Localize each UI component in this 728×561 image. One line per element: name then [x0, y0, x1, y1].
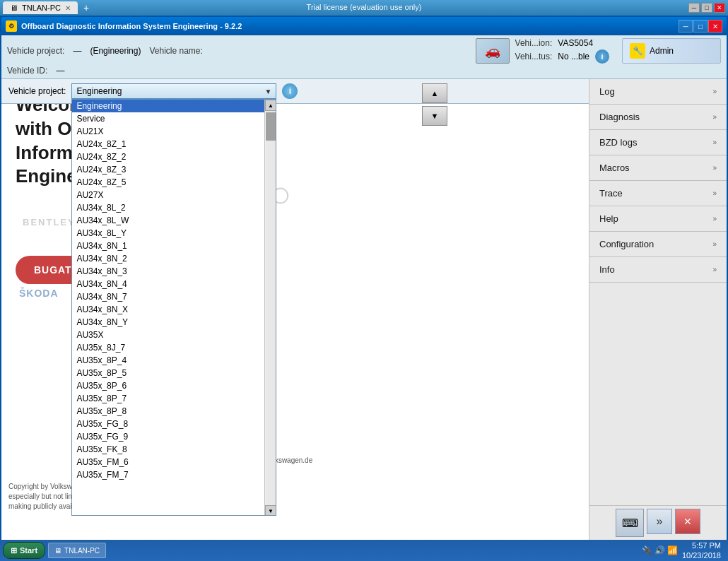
sidebar-arrow-help: »: [712, 215, 717, 223]
nav-down-button[interactable]: ▼: [422, 106, 447, 126]
app-window: ⚙ Offboard Diagnostic Information System…: [0, 16, 728, 561]
dropdown-item[interactable]: AU35x_FG_8: [72, 418, 264, 430]
dropdown-item[interactable]: AU24x_8Z_5: [72, 176, 264, 189]
dropdown-item[interactable]: Engineering: [72, 100, 264, 112]
vehicle-project-bar: Vehicle project: Engineering ▼ Engineeri…: [1, 79, 589, 104]
dropdown-item[interactable]: AU35x_8P_8: [72, 405, 264, 418]
vehicle-project-select[interactable]: Engineering ▼: [71, 83, 276, 99]
sidebar-bottom: ⌨ » ✕: [589, 505, 727, 540]
dropdown-item[interactable]: AU34x_8N_X: [72, 303, 264, 316]
dropdown-item[interactable]: AU34x_8L_W: [72, 214, 264, 227]
taskbar-right: 🔌 🔊 📶 5:57 PM 10/23/2018: [642, 541, 725, 561]
taskbar-clock: 5:57 PM 10/23/2018: [682, 541, 721, 561]
info-row-2: Vehicle ID: —: [7, 66, 721, 76]
sidebar-item-log[interactable]: Log »: [589, 79, 727, 104]
sidebar-item-configuration[interactable]: Configuration »: [589, 232, 727, 256]
app-icon: ⚙: [6, 20, 17, 32]
admin-icon: 🔧: [630, 43, 645, 59]
app-restore-button[interactable]: □: [693, 20, 708, 33]
dropdown-item[interactable]: AU35x_FM_7: [72, 468, 264, 481]
dropdown-item[interactable]: AU34x_8N_3: [72, 265, 264, 278]
sidebar-item-macros[interactable]: Macros »: [589, 155, 727, 180]
scroll-thumb[interactable]: [266, 112, 276, 141]
close-browser-button[interactable]: ✕: [714, 3, 725, 13]
clock-time: 5:57 PM: [682, 541, 721, 550]
main-layout: LAMBO VW BENTLE: [1, 79, 727, 540]
sidebar-item-bzd-logs[interactable]: BZD logs »: [589, 130, 727, 155]
nav-button-group: ▲ ▼: [422, 83, 447, 126]
info-status-button[interactable]: i: [595, 49, 609, 64]
veh-ion-row: Vehi...ion: VAS5054: [515, 38, 609, 48]
app-title-bar: ⚙ Offboard Diagnostic Information System…: [1, 17, 727, 35]
minimize-button[interactable]: ─: [688, 3, 700, 13]
dropdown-selected-value: Engineering: [76, 86, 122, 96]
start-button[interactable]: ⊞ Start: [3, 542, 45, 559]
dropdown-item[interactable]: AU34x_8L_Y: [72, 227, 264, 240]
windows-taskbar: ⊞ Start 🖥TNLAN-PC 🔌 🔊 📶 5:57 PM 10/23/20…: [0, 540, 728, 561]
dropdown-item[interactable]: AU34x_8N_1: [72, 240, 264, 252]
forward-nav-button[interactable]: »: [647, 509, 672, 534]
dropdown-item[interactable]: AU34x_8N_Y: [72, 316, 264, 329]
veh-tus-value: No ...ble: [558, 52, 589, 61]
keyboard-icon: ⌨: [616, 509, 644, 537]
close-nav-button[interactable]: ✕: [675, 509, 700, 534]
dropdown-item[interactable]: AU35x_8P_7: [72, 392, 264, 405]
new-tab-button[interactable]: +: [81, 2, 92, 13]
dropdown-arrow-icon: ▼: [264, 88, 271, 95]
vehicle-id-label: Vehicle ID:: [7, 66, 47, 76]
sidebar-arrow-log: »: [712, 88, 717, 95]
veh-tus-label: Vehi...tus:: [515, 52, 553, 61]
sidebar-label-help: Help: [599, 213, 618, 224]
dropdown-item[interactable]: AU34x_8L_2: [72, 201, 264, 214]
admin-panel: 🔧 Admin: [622, 38, 721, 64]
dropdown-info-button[interactable]: i: [282, 83, 298, 99]
app-window-controls: ─ □ ✕: [679, 20, 722, 33]
app-minimize-button[interactable]: ─: [679, 20, 693, 33]
tab-close-button[interactable]: ✕: [65, 4, 71, 12]
dropdown-item[interactable]: AU34x_8N_4: [72, 278, 264, 290]
sidebar-label-log: Log: [599, 86, 615, 97]
dropdown-item[interactable]: AU35x_8P_6: [72, 379, 264, 392]
app-close-button[interactable]: ✕: [708, 20, 722, 33]
dropdown-item[interactable]: AU24x_8Z_1: [72, 138, 264, 150]
dropdown-item[interactable]: AU35x_FM_6: [72, 456, 264, 468]
nav-up-button[interactable]: ▲: [422, 83, 447, 103]
dropdown-item[interactable]: AU35x_8P_5: [72, 367, 264, 379]
sidebar-label-macros: Macros: [599, 163, 630, 173]
dropdown-list: EngineeringServiceAU21XAU24x_8Z_1AU24x_8…: [71, 99, 276, 516]
dropdown-item[interactable]: AU21X: [72, 125, 264, 138]
sidebar-arrow-info: »: [712, 266, 717, 273]
browser-tab[interactable]: 🖥 TNLAN-PC ✕: [3, 1, 78, 14]
dropdown-item[interactable]: AU35x_FK_8: [72, 443, 264, 456]
dropdown-item[interactable]: AU24x_8Z_2: [72, 150, 264, 163]
dropdown-item[interactable]: AU35x_8P_4: [72, 354, 264, 367]
dropdown-item[interactable]: AU35x_8J_7: [72, 341, 264, 354]
dropdown-item[interactable]: AU35x_FG_9: [72, 430, 264, 443]
sidebar-item-diagnosis[interactable]: Diagnosis »: [589, 105, 727, 129]
sidebar-item-info[interactable]: Info »: [589, 257, 727, 282]
sidebar-arrow-bzd-logs: »: [712, 138, 717, 146]
sidebar-label-trace: Trace: [599, 188, 623, 199]
dropdown-wrapper: Engineering ▼ EngineeringServiceAU21XAU2…: [71, 83, 276, 99]
sidebar-item-help[interactable]: Help »: [589, 206, 727, 231]
browser-window-controls: ─ □ ✕: [688, 3, 725, 13]
sidebar-arrow-macros: »: [712, 164, 717, 172]
taskbar-item[interactable]: 🖥TNLAN-PC: [48, 543, 106, 558]
dropdown-item[interactable]: AU35X: [72, 329, 264, 341]
sidebar-label-diagnosis: Diagnosis: [599, 112, 640, 122]
dropdown-item[interactable]: AU34x_8N_2: [72, 252, 264, 265]
scroll-up-button[interactable]: ▲: [265, 100, 276, 111]
maximize-button[interactable]: □: [701, 3, 712, 13]
dropdown-item[interactable]: Service: [72, 112, 264, 125]
start-icon: ⊞: [11, 546, 17, 555]
dropdown-item[interactable]: AU34x_8N_7: [72, 290, 264, 303]
vehicle-id-value: —: [56, 66, 64, 76]
vehicle-name-label: Vehicle name:: [149, 46, 202, 56]
scroll-down-button[interactable]: ▼: [265, 505, 276, 516]
sidebar-label-bzd-logs: BZD logs: [599, 137, 637, 148]
sidebar-item-trace[interactable]: Trace »: [589, 181, 727, 206]
dropdown-item[interactable]: AU27X: [72, 189, 264, 201]
dropdown-item[interactable]: AU24x_8Z_3: [72, 163, 264, 176]
vehicle-project-label: Vehicle project:: [7, 46, 64, 56]
sidebar-label-configuration: Configuration: [599, 239, 654, 249]
